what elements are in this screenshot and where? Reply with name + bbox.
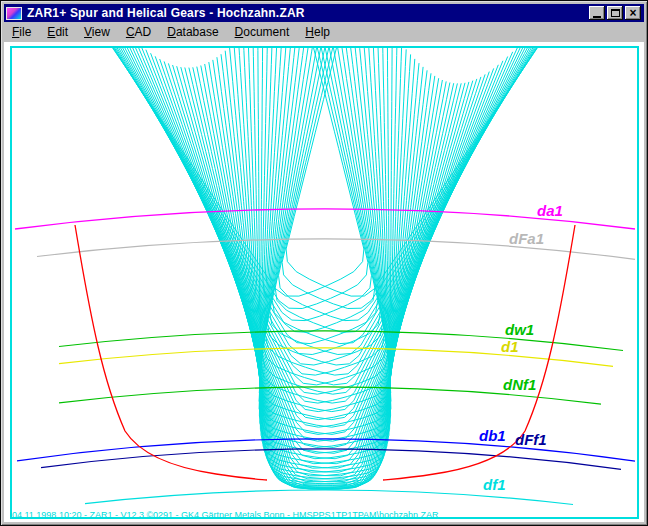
canvas-frame	[10, 46, 639, 519]
menu-bar: File Edit View CAD Database Document Hel…	[4, 23, 644, 42]
window-title: ZAR1+ Spur and Helical Gears - Hochzahn.…	[27, 6, 589, 20]
menu-file[interactable]: File	[4, 23, 39, 42]
menu-view[interactable]: View	[76, 23, 118, 42]
menu-document[interactable]: Document	[227, 23, 298, 42]
menu-help[interactable]: Help	[297, 23, 338, 42]
close-icon: ×	[629, 8, 636, 19]
minimize-icon	[593, 16, 601, 18]
status-line: 04.11.1998 10:20 - ZAR1 - V12.3 ©0291 - …	[12, 510, 439, 520]
menu-edit[interactable]: Edit	[39, 23, 76, 42]
close-button[interactable]: ×	[625, 6, 641, 20]
maximize-button[interactable]	[607, 6, 623, 20]
titlebar-buttons: ×	[589, 6, 641, 20]
app-icon[interactable]	[6, 7, 22, 20]
title-bar: ZAR1+ Spur and Helical Gears - Hochzahn.…	[4, 4, 644, 22]
app-window: ZAR1+ Spur and Helical Gears - Hochzahn.…	[0, 0, 648, 526]
menu-cad[interactable]: CAD	[118, 23, 159, 42]
maximize-icon	[611, 9, 620, 17]
drawing-area: 04.11.1998 10:20 - ZAR1 - V12.3 ©0291 - …	[4, 42, 644, 522]
minimize-button[interactable]	[589, 6, 605, 20]
menu-database[interactable]: Database	[159, 23, 226, 42]
